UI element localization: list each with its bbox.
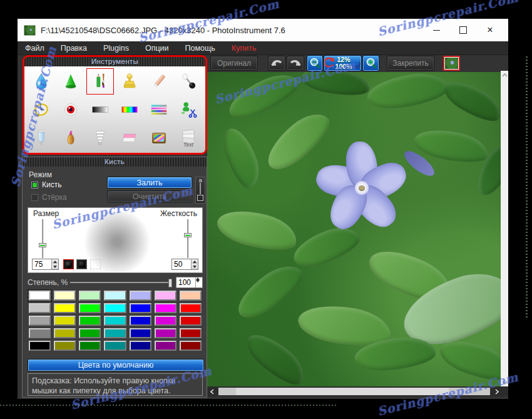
tool-pencil-brush[interactable] [86, 68, 114, 95]
hardness-up-arrow[interactable] [192, 259, 198, 264]
scroll-down-arrow[interactable] [501, 378, 508, 386]
degree-value-input[interactable] [176, 277, 195, 287]
zoom-out-button[interactable] [307, 55, 323, 71]
tool-rainbow-gradient[interactable] [116, 96, 143, 123]
palette-swatch[interactable] [29, 341, 51, 351]
brush-mode-checkbox[interactable] [31, 182, 38, 189]
size-down-arrow[interactable] [52, 264, 58, 269]
scroll-up-arrow[interactable] [501, 71, 508, 79]
square-brush-button[interactable] [76, 259, 87, 269]
palette-swatch[interactable] [54, 303, 76, 313]
tool-concealer-stick[interactable] [145, 68, 173, 95]
palette-swatch[interactable] [29, 328, 51, 338]
palette-swatch[interactable] [180, 341, 202, 351]
tool-eraser[interactable] [116, 125, 143, 151]
hardness-slider[interactable] [183, 219, 192, 258]
tool-makeup-bottle[interactable] [57, 125, 84, 151]
default-colors-button[interactable]: Цвета по умолчанию [28, 359, 204, 371]
menu-buy[interactable]: Купить [232, 44, 257, 53]
maximize-button[interactable] [459, 26, 468, 34]
tool-clone-stamp[interactable] [116, 68, 143, 95]
tool-ball-and-stick[interactable] [175, 68, 202, 95]
marquee-brush-button[interactable] [90, 259, 101, 269]
palette-swatch[interactable] [29, 316, 51, 326]
tool-red-eye-removal[interactable] [57, 96, 84, 123]
size-up-arrow[interactable] [52, 259, 58, 264]
tool-light-bulb[interactable] [86, 125, 114, 151]
undo-button[interactable] [268, 56, 285, 71]
palette-swatch[interactable] [54, 328, 76, 338]
palette-swatch[interactable] [130, 328, 151, 338]
tool-color-stripes[interactable] [145, 96, 173, 123]
palette-swatch[interactable] [180, 303, 202, 313]
degree-spinner[interactable] [176, 277, 203, 288]
palette-swatch[interactable] [79, 291, 101, 301]
menu-file[interactable]: Файл [25, 44, 44, 53]
scroll-right-arrow[interactable] [493, 388, 501, 396]
spacing-stepper[interactable] [195, 177, 205, 204]
degree-down-arrow[interactable] [196, 280, 202, 282]
menu-options[interactable]: Опции [145, 44, 169, 53]
tool-denoise-tv[interactable] [145, 125, 173, 151]
size-spinner[interactable] [32, 259, 59, 270]
tool-gray-gradient[interactable] [86, 96, 114, 123]
image-thumbnail[interactable] [443, 56, 460, 71]
horizontal-scrollbar[interactable] [208, 386, 501, 396]
size-slider[interactable] [38, 219, 47, 258]
palette-swatch[interactable] [79, 316, 101, 326]
tool-cone[interactable] [57, 68, 84, 95]
hardness-value-input[interactable] [172, 259, 191, 269]
zoom-in-button[interactable] [362, 55, 379, 71]
original-button[interactable]: Оригинал [210, 56, 258, 71]
hscroll-thumb[interactable] [236, 388, 449, 395]
palette-swatch[interactable] [130, 341, 151, 351]
fill-button[interactable]: Залить [107, 177, 192, 189]
size-slider-thumb[interactable] [39, 243, 46, 247]
palette-swatch[interactable] [79, 328, 101, 338]
palette-swatch[interactable] [79, 341, 101, 351]
palette-swatch[interactable] [130, 303, 151, 313]
palette-swatch[interactable] [54, 316, 76, 326]
degree-slider[interactable] [70, 282, 171, 283]
tool-water-drop-smudge[interactable] [28, 68, 55, 95]
scroll-left-arrow[interactable] [208, 388, 216, 396]
brush-mode-option[interactable]: Кисть [31, 180, 61, 189]
menu-help[interactable]: Помощь [185, 44, 215, 53]
palette-swatch[interactable] [130, 291, 151, 301]
hardness-slider-thumb[interactable] [184, 233, 192, 237]
degree-slider-thumb[interactable] [168, 279, 172, 287]
palette-swatch[interactable] [180, 328, 202, 338]
palette-swatch[interactable] [130, 316, 151, 326]
palette-swatch[interactable] [79, 303, 101, 313]
menu-plugins[interactable]: Plugins [103, 44, 129, 53]
palette-swatch[interactable] [155, 328, 176, 338]
palette-swatch[interactable] [104, 303, 126, 313]
clear-button[interactable]: Очистить [107, 190, 192, 202]
size-value-input[interactable] [33, 259, 51, 269]
zoom-level-display[interactable]: 12% 100% [324, 55, 362, 71]
palette-swatch[interactable] [29, 303, 51, 313]
palette-swatch[interactable] [155, 341, 176, 351]
palette-swatch[interactable] [104, 341, 126, 351]
palette-swatch[interactable] [180, 291, 202, 301]
eraser-mode-checkbox[interactable] [31, 194, 38, 201]
palette-swatch[interactable] [180, 316, 202, 326]
palette-swatch[interactable] [29, 291, 51, 301]
redo-button[interactable] [287, 56, 304, 71]
menu-edit[interactable]: Правка [61, 44, 87, 53]
palette-swatch[interactable] [104, 328, 126, 338]
palette-swatch[interactable] [155, 291, 176, 301]
palette-swatch[interactable] [155, 316, 176, 326]
palette-swatch[interactable] [104, 291, 126, 301]
round-brush-button[interactable] [63, 259, 74, 269]
hardness-spinner[interactable] [171, 259, 198, 270]
tool-figure-scissors[interactable] [175, 96, 202, 123]
hardness-down-arrow[interactable] [192, 264, 198, 269]
palette-swatch[interactable] [54, 341, 76, 351]
close-button[interactable]: × [486, 26, 494, 34]
eraser-mode-option[interactable]: Стёрка [31, 193, 67, 202]
hscroll-track[interactable] [218, 388, 490, 395]
palette-swatch[interactable] [104, 316, 126, 326]
tool-text-layers[interactable]: Text [175, 125, 202, 151]
pin-button[interactable]: Закрепить [387, 56, 434, 71]
